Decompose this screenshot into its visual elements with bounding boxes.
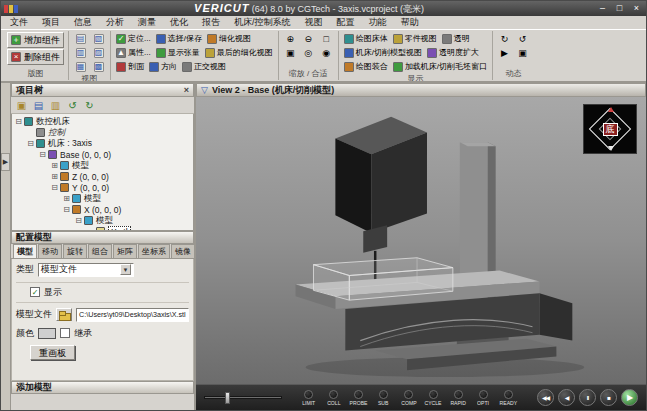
transparency-expand-button[interactable]: 透明度扩大 (426, 46, 480, 59)
tab-mirror[interactable]: 镜像 (171, 244, 195, 258)
color-swatch[interactable] (38, 328, 56, 339)
fit-view-button[interactable]: ▣ (283, 46, 298, 59)
menu-item-file[interactable]: 文件 (3, 16, 35, 29)
layout-two-view-button[interactable]: ▥ (73, 46, 88, 59)
pause-button[interactable]: II (579, 389, 596, 406)
dynamic-fit-button[interactable]: ▣ (515, 46, 530, 59)
tab-move[interactable]: 移动 (38, 244, 62, 258)
menu-item-optimize[interactable]: 优化 (163, 16, 195, 29)
tree-item-control[interactable]: 控制 (14, 127, 193, 138)
menu-item-function[interactable]: 功能 (362, 16, 394, 29)
apply-button[interactable]: 重画板 (30, 345, 75, 360)
status-light-sub[interactable]: SUB (371, 390, 396, 406)
zoom-out-button[interactable]: ⊖ (301, 32, 316, 45)
zoom-center-button[interactable]: ◉ (319, 46, 334, 59)
status-light-limit[interactable]: LIMIT (296, 390, 321, 406)
project-tree-close-icon[interactable]: × (184, 85, 189, 95)
menu-item-report[interactable]: 报告 (195, 16, 227, 29)
status-light-cycle[interactable]: CYCLE (421, 390, 446, 406)
transparent-button[interactable]: 透明 (441, 32, 471, 45)
tree-item-model-base[interactable]: ⊞模型 (14, 160, 193, 171)
minimize-button[interactable]: – (596, 3, 609, 14)
status-light-opti[interactable]: OPTI (471, 390, 496, 406)
tab-combine[interactable]: 组合 (88, 244, 112, 258)
browse-folder-icon[interactable] (56, 308, 72, 321)
menu-item-analysis[interactable]: 分析 (99, 16, 131, 29)
position-button[interactable]: ✓定位... (115, 32, 152, 45)
layout-stack-button[interactable]: ▨ (91, 46, 106, 59)
ortho-view-button[interactable]: 正交视图 (181, 60, 227, 73)
rotate-cw-button[interactable]: ↻ (497, 32, 512, 45)
undo-button[interactable]: ↺ (65, 98, 80, 112)
menu-item-info[interactable]: 信息 (67, 16, 99, 29)
zoom-target-button[interactable]: ◎ (301, 46, 316, 59)
tree-item-model-y[interactable]: ⊞模型 (14, 193, 193, 204)
sidebar-collapse-button[interactable]: ▶ (1, 153, 10, 171)
orientation-button[interactable]: 方向 (148, 60, 178, 73)
play-button[interactable]: ▶ (621, 389, 638, 406)
section-button[interactable]: 剖面 (115, 60, 145, 73)
load-machine-stock-window-button[interactable]: 加载机床/切削毛坯窗口 (392, 60, 488, 73)
tab-model[interactable]: 模型 (13, 244, 37, 258)
tree-item-y-axis[interactable]: ⊟Y (0, 0, 0) (14, 182, 193, 193)
slider-handle[interactable] (225, 392, 230, 404)
tab-matrix[interactable]: 矩阵 (113, 244, 137, 258)
tab-rotate[interactable]: 旋转 (63, 244, 87, 258)
part-view-button[interactable]: 零件视图 (392, 32, 438, 45)
status-light-ready[interactable]: READY (496, 390, 521, 406)
zoom-in-button[interactable]: ⊕ (283, 32, 298, 45)
inherit-checkbox[interactable] (60, 328, 70, 338)
show-tensor-button[interactable]: 显示张量 (155, 46, 201, 59)
menu-item-help[interactable]: 帮助 (394, 16, 426, 29)
cube-bottom-face[interactable]: 底 (603, 123, 618, 136)
draw-assembly-button[interactable]: 绘图装合 (343, 60, 389, 73)
tree-item-z-axis[interactable]: ⊞Z (0, 0, 0) (14, 171, 193, 182)
status-light-coll[interactable]: COLL (321, 390, 346, 406)
layout-tile-button[interactable]: ▩ (91, 60, 106, 73)
layout-grid-button[interactable]: ▧ (91, 32, 106, 45)
status-light-probe[interactable]: PROBE (346, 390, 371, 406)
add-component-button[interactable]: ＋ 增加组件 (7, 32, 64, 48)
maximize-button[interactable]: □ (613, 3, 626, 14)
menu-item-project[interactable]: 项目 (35, 16, 67, 29)
tree-item-base[interactable]: ⊟Base (0, 0, 0) (14, 149, 193, 160)
last-refine-view-button[interactable]: 最后的细化视图 (204, 46, 274, 59)
refine-view-button[interactable]: 细化视图 (206, 32, 252, 45)
delete-component-button[interactable]: × 删除组件 (7, 49, 64, 65)
status-light-rapid[interactable]: RAPID (446, 390, 471, 406)
model-type-select[interactable]: 模型文件 ▼ (38, 263, 134, 277)
show-checkbox[interactable]: ✓ (30, 287, 40, 297)
rotate-ccw-button[interactable]: ↺ (515, 32, 530, 45)
stop-button[interactable]: ■ (600, 389, 617, 406)
menu-item-view[interactable]: 视图 (298, 16, 330, 29)
rewind-button[interactable]: ◀◀ (537, 389, 554, 406)
model-file-path-input[interactable]: C:\Users\yt09\Desktop\3axis\X.stl (76, 308, 189, 322)
tree-item-model-x[interactable]: ⊟模型 (14, 215, 193, 226)
select-save-view-button[interactable]: 选择/保存 (155, 32, 203, 45)
tree-item-nc-machine[interactable]: ⊟数控机床 (14, 116, 193, 127)
save-project-button[interactable]: ▤ (31, 98, 46, 112)
menu-item-machine-control[interactable]: 机床/控制系统 (227, 16, 298, 29)
zoom-window-button[interactable]: □ (319, 32, 334, 45)
menu-item-measure[interactable]: 测量 (131, 16, 163, 29)
status-light-comp[interactable]: COMP (396, 390, 421, 406)
tab-csys[interactable]: 坐标系 (138, 244, 170, 258)
machine-cut-model-view-button[interactable]: 机床/切削模型视图 (343, 46, 423, 59)
import-button[interactable]: ▥ (48, 98, 63, 112)
close-button[interactable]: × (630, 3, 643, 14)
menu-item-configure[interactable]: 配置 (330, 16, 362, 29)
dynamic-play-button[interactable]: ▶ (497, 46, 512, 59)
step-back-button[interactable]: ◀ (558, 389, 575, 406)
view-canvas[interactable]: 底 (196, 97, 646, 384)
simulation-speed-slider[interactable] (204, 396, 282, 399)
add-model-header[interactable]: 添加模型 (11, 381, 194, 394)
layout-single-view-button[interactable]: ▤ (73, 32, 88, 45)
view-window-header[interactable]: ▽ View 2 - Base (机床/切削模型) (196, 83, 646, 97)
tree-item-machine-3axis[interactable]: ⊟机床 : 3axis (14, 138, 193, 149)
draw-machine-body-button[interactable]: 绘图床体 (343, 32, 389, 45)
redo-button[interactable]: ↻ (82, 98, 97, 112)
attributes-button[interactable]: ▲属性... (115, 46, 152, 59)
open-project-button[interactable]: ▣ (14, 98, 29, 112)
view-orientation-cube[interactable]: 底 (583, 104, 637, 154)
layout-four-view-button[interactable]: ▦ (73, 60, 88, 73)
